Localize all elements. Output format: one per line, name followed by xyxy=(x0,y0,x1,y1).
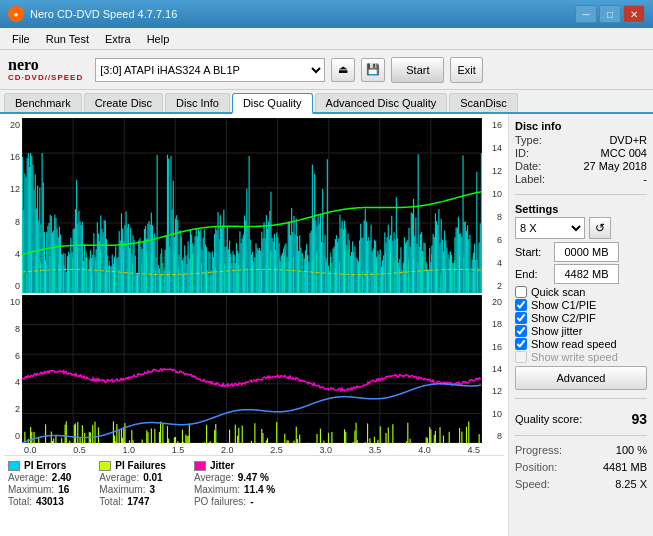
lower-chart-canvas xyxy=(22,295,482,443)
progress-value: 100 % xyxy=(616,444,647,456)
tab-benchmark[interactable]: Benchmark xyxy=(4,93,82,112)
menu-file[interactable]: File xyxy=(4,31,38,47)
upper-chart-canvas xyxy=(22,118,482,293)
pi-failures-avg-label: Average: xyxy=(99,472,139,483)
read-speed-label: Show read speed xyxy=(531,338,617,350)
pi-failures-total-label: Total: xyxy=(99,496,123,507)
jitter-checkbox[interactable] xyxy=(515,325,527,337)
quality-score-value: 93 xyxy=(631,411,647,427)
advanced-button[interactable]: Advanced xyxy=(515,366,647,390)
refresh-button[interactable]: ↺ xyxy=(589,217,611,239)
position-value: 4481 MB xyxy=(603,461,647,473)
disc-label-value: - xyxy=(643,173,647,185)
menu-help[interactable]: Help xyxy=(139,31,178,47)
disc-label-label: Label: xyxy=(515,173,545,185)
jitter-avg-value: 9.47 % xyxy=(238,472,269,483)
quick-scan-label: Quick scan xyxy=(531,286,585,298)
quality-row: Quality score: 93 xyxy=(515,411,647,427)
pi-errors-label: PI Errors xyxy=(24,460,66,471)
right-panel: Disc info Type: DVD+R ID: MCC 004 Date: … xyxy=(509,114,653,536)
drive-select[interactable]: [3:0] ATAPI iHAS324 A BL1P xyxy=(95,58,325,82)
tab-bar: Benchmark Create Disc Disc Info Disc Qua… xyxy=(0,90,653,114)
app-icon: ● xyxy=(8,6,24,22)
pi-failures-avg-value: 0.01 xyxy=(143,472,162,483)
divider-2 xyxy=(515,398,647,399)
divider-1 xyxy=(515,194,647,195)
start-button[interactable]: Start xyxy=(391,57,444,83)
x-axis-labels: 0.00.51.01.52.02.53.03.54.04.5 xyxy=(22,445,482,455)
speed-value: 8.25 X xyxy=(615,478,647,490)
type-row: Type: DVD+R xyxy=(515,134,647,146)
tab-scan-disc[interactable]: ScanDisc xyxy=(449,93,517,112)
jitter-row: Show jitter xyxy=(515,325,647,337)
start-mb-row: Start: xyxy=(515,242,647,262)
pi-failures-color xyxy=(99,461,111,471)
date-row: Date: 27 May 2018 xyxy=(515,160,647,172)
jitter-color xyxy=(194,461,206,471)
title-controls[interactable]: ─ □ ✕ xyxy=(575,5,645,23)
position-label: Position: xyxy=(515,461,557,473)
type-value: DVD+R xyxy=(609,134,647,146)
disc-info-section: Disc info Type: DVD+R ID: MCC 004 Date: … xyxy=(515,120,647,186)
chart-area: 201612840 161412108642 1086420 201816141… xyxy=(0,114,509,536)
maximize-button[interactable]: □ xyxy=(599,5,621,23)
date-label: Date: xyxy=(515,160,541,172)
nero-product: CD·DVD//SPEED xyxy=(8,73,83,82)
c1-pie-checkbox[interactable] xyxy=(515,299,527,311)
start-mb-input[interactable] xyxy=(554,242,619,262)
write-speed-row: Show write speed xyxy=(515,351,647,363)
c1-pie-row: Show C1/PIE xyxy=(515,299,647,311)
progress-label: Progress: xyxy=(515,444,562,456)
toolbar: nero CD·DVD//SPEED [3:0] ATAPI iHAS324 A… xyxy=(0,50,653,90)
po-failures-value: - xyxy=(250,496,253,507)
exit-button[interactable]: Exit xyxy=(450,57,482,83)
speed-row: Speed: 8.25 X xyxy=(515,478,647,490)
menu-bar: File Run Test Extra Help xyxy=(0,28,653,50)
window-title: Nero CD-DVD Speed 4.7.7.16 xyxy=(30,8,177,20)
jitter-block: Jitter Average: 9.47 % Maximum: 11.4 % P… xyxy=(194,460,275,507)
date-value: 27 May 2018 xyxy=(583,160,647,172)
id-row: ID: MCC 004 xyxy=(515,147,647,159)
nero-brand: nero xyxy=(8,57,39,73)
lower-y-axis-right: 2018161412108 xyxy=(482,295,504,443)
jitter-avg-label: Average: xyxy=(194,472,234,483)
pi-errors-block: PI Errors Average: 2.40 Maximum: 16 Tota… xyxy=(8,460,71,507)
jitter-max-value: 11.4 % xyxy=(244,484,275,495)
minimize-button[interactable]: ─ xyxy=(575,5,597,23)
title-bar: ● Nero CD-DVD Speed 4.7.7.16 ─ □ ✕ xyxy=(0,0,653,28)
close-button[interactable]: ✕ xyxy=(623,5,645,23)
quick-scan-row: Quick scan xyxy=(515,286,647,298)
quick-scan-checkbox[interactable] xyxy=(515,286,527,298)
end-mb-label: End: xyxy=(515,268,550,280)
speed-row: 8 X Maximum 4 X 12 X ↺ xyxy=(515,217,647,239)
eject-icon[interactable]: ⏏ xyxy=(331,58,355,82)
menu-run-test[interactable]: Run Test xyxy=(38,31,97,47)
settings-section: Settings 8 X Maximum 4 X 12 X ↺ Start: E… xyxy=(515,203,647,390)
pi-failures-max-value: 3 xyxy=(149,484,155,495)
main-content: 201612840 161412108642 1086420 201816141… xyxy=(0,114,653,536)
c1-pie-label: Show C1/PIE xyxy=(531,299,596,311)
tab-create-disc[interactable]: Create Disc xyxy=(84,93,163,112)
tab-disc-info[interactable]: Disc Info xyxy=(165,93,230,112)
jitter-checkbox-label: Show jitter xyxy=(531,325,582,337)
progress-row: Progress: 100 % xyxy=(515,444,647,456)
tab-disc-quality[interactable]: Disc Quality xyxy=(232,93,313,114)
stats-row: PI Errors Average: 2.40 Maximum: 16 Tota… xyxy=(4,455,504,509)
upper-y-axis-left: 201612840 xyxy=(4,118,22,293)
speed-label: Speed: xyxy=(515,478,550,490)
quality-score-label: Quality score: xyxy=(515,413,582,425)
c2-pif-label: Show C2/PIF xyxy=(531,312,596,324)
tab-advanced-disc-quality[interactable]: Advanced Disc Quality xyxy=(315,93,448,112)
speed-select[interactable]: 8 X Maximum 4 X 12 X xyxy=(515,217,585,239)
read-speed-row: Show read speed xyxy=(515,338,647,350)
pi-failures-max-label: Maximum: xyxy=(99,484,145,495)
pi-errors-max-label: Maximum: xyxy=(8,484,54,495)
title-bar-left: ● Nero CD-DVD Speed 4.7.7.16 xyxy=(8,6,177,22)
write-speed-checkbox[interactable] xyxy=(515,351,527,363)
read-speed-checkbox[interactable] xyxy=(515,338,527,350)
end-mb-input[interactable] xyxy=(554,264,619,284)
c2-pif-checkbox[interactable] xyxy=(515,312,527,324)
save-icon[interactable]: 💾 xyxy=(361,58,385,82)
disc-label-row: Label: - xyxy=(515,173,647,185)
menu-extra[interactable]: Extra xyxy=(97,31,139,47)
